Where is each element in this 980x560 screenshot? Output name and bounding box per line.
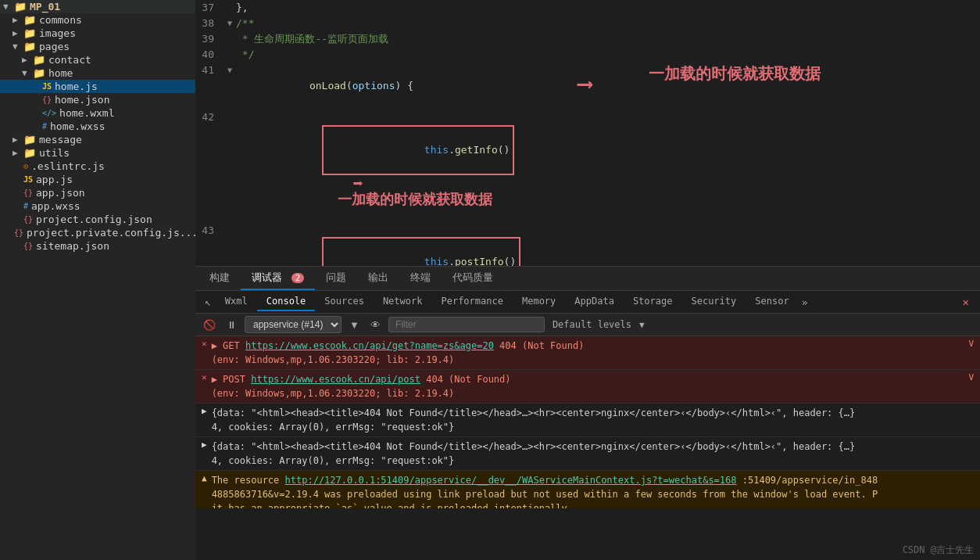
- context-arrow-btn[interactable]: ▼: [346, 318, 363, 332]
- sidebar-label: message: [39, 134, 82, 145]
- sidebar-item-home[interactable]: ▼ 📁 home: [0, 66, 195, 80]
- sidebar-item-contact[interactable]: ▶ 📁 contact: [0, 53, 195, 66]
- devtools-tab-bar: ↖ Wxml Console Sources Network Performan…: [195, 291, 980, 314]
- line-content: this.getInfo() ➡ 一加载的时候就获取数据: [236, 109, 980, 223]
- clear-console-btn[interactable]: 🚫: [200, 318, 219, 332]
- levels-dropdown-icon[interactable]: ▼: [639, 320, 645, 330]
- bottom-tab-bar: 构建 调试器 2 问题 输出 终端 代码质量: [195, 267, 980, 291]
- sidebar-label: home.wxss: [50, 120, 105, 132]
- tab-codequality[interactable]: 代码质量: [442, 267, 504, 290]
- folder-icon: 📁: [23, 147, 36, 159]
- sidebar-item-projprivate[interactable]: {} project.private.config.js...: [0, 226, 195, 239]
- console-row-info2: ▶ {data: "<html><head><title>404 Not Fou…: [195, 437, 980, 471]
- tab-wxml[interactable]: Wxml: [216, 293, 257, 311]
- sidebar-item-pages[interactable]: ▼ 📁 pages: [0, 40, 195, 53]
- tab-debugger[interactable]: 调试器 2: [241, 267, 315, 290]
- filter-input[interactable]: [388, 317, 545, 332]
- console-message: ▶ POST https://www.escook.cn/api/post 40…: [212, 372, 964, 400]
- collapse-btn[interactable]: ▼: [224, 16, 236, 31]
- sidebar-label: MP_01: [30, 1, 60, 13]
- tab-appdata[interactable]: AppData: [565, 293, 624, 311]
- collapse-btn[interactable]: ▼: [224, 63, 236, 78]
- line-content: * 生命周期函数--监听页面加载: [236, 31, 980, 47]
- sidebar-label: app.json: [36, 187, 85, 199]
- close-devtools-btn[interactable]: ✕: [963, 296, 975, 308]
- tab-sources[interactable]: Sources: [315, 293, 374, 311]
- sidebar-item-eslint[interactable]: ⊙ .eslintrc.js: [0, 160, 195, 173]
- tab-sensor[interactable]: Sensor: [746, 293, 798, 311]
- folder-icon: 📁: [33, 54, 45, 66]
- sidebar-label: images: [39, 27, 76, 39]
- console-toolbar: 🚫 ⏸ appservice (#14) ▼ 👁 Default levels …: [195, 314, 980, 336]
- chevron-icon: ▶: [13, 15, 22, 25]
- tab-issues[interactable]: 问题: [315, 267, 357, 290]
- console-message: ▶ GET https://www.escook.cn/api/get?name…: [212, 339, 964, 367]
- sidebar-label: app.js: [36, 174, 73, 185]
- json-icon: {}: [23, 242, 33, 250]
- sidebar-item-homewxml[interactable]: </> home.wxml: [0, 106, 195, 120]
- sidebar-item-appjson[interactable]: {} app.json: [0, 186, 195, 199]
- sidebar-label: utils: [39, 147, 70, 159]
- code-line: 42 this.getInfo() ➡ 一加载的时候就获取数据: [195, 109, 980, 223]
- wxml-icon: </>: [42, 109, 56, 117]
- sidebar-label: app.wxss: [31, 200, 80, 212]
- json-icon: {}: [23, 215, 33, 224]
- bottom-panel: 构建 调试器 2 问题 输出 终端 代码质量 ↖ Wxml Console So…: [195, 266, 980, 508]
- json-icon: {}: [14, 228, 23, 237]
- code-line: 38 ▼ /**: [195, 16, 980, 31]
- sidebar-item-projconfig[interactable]: {} project.config.json: [0, 213, 195, 226]
- code-editor: 37 }, 38 ▼ /** 39 * 生命周期函数--监听页面加载: [195, 0, 980, 266]
- console-row-info1: ▶ {data: "<html><head><title>404 Not Fou…: [195, 404, 980, 437]
- tab-terminal[interactable]: 终端: [399, 267, 442, 290]
- tab-network[interactable]: Network: [374, 293, 432, 311]
- eye-btn[interactable]: 👁: [367, 318, 384, 332]
- sidebar-item-images[interactable]: ▶ 📁 images: [0, 27, 195, 40]
- eslint-icon: ⊙: [23, 162, 28, 171]
- sidebar-item-homewxss[interactable]: # home.wxss: [0, 120, 195, 133]
- tab-security[interactable]: Security: [681, 293, 746, 311]
- editor-area: 37 }, 38 ▼ /** 39 * 生命周期函数--监听页面加载: [195, 0, 980, 560]
- console-row-warning: ▲ The resource http://127.0.0.1:51409/ap…: [195, 471, 980, 508]
- more-tabs-btn[interactable]: »: [799, 293, 811, 311]
- tab-memory[interactable]: Memory: [513, 293, 565, 311]
- right-side-text: V: [968, 339, 974, 349]
- sidebar-item-sitemap[interactable]: {} sitemap.json: [0, 239, 195, 253]
- error-link[interactable]: https://www.escook.cn/api/post: [251, 374, 420, 385]
- json-icon: {}: [42, 95, 52, 104]
- console-row-error2: ✕ ▶ POST https://www.escook.cn/api/post …: [195, 370, 980, 404]
- sidebar-item-message[interactable]: ▶ 📁 message: [0, 133, 195, 146]
- line-content: */: [236, 47, 980, 63]
- sidebar-item-homejs[interactable]: JS home.js: [0, 80, 195, 93]
- chevron-icon: ▼: [22, 68, 31, 78]
- expand-icon[interactable]: ▶: [202, 406, 207, 416]
- warning-link[interactable]: http://127.0.0.1:51409/appservice/__dev_…: [285, 475, 737, 486]
- sidebar-label: home.wxml: [59, 107, 114, 119]
- sidebar-item-mp01[interactable]: ▼ 📁 MP_01: [0, 0, 195, 13]
- code-line: 43 this.postInfo(): [195, 223, 980, 266]
- code-line: 39 * 生命周期函数--监听页面加载: [195, 31, 980, 47]
- sidebar-item-commons[interactable]: ▶ 📁 commons: [0, 13, 195, 27]
- error-link[interactable]: https://www.escook.cn/api/get?name=zs&ag…: [245, 340, 494, 351]
- line-content: },: [236, 0, 980, 16]
- sidebar-item-utils[interactable]: ▶ 📁 utils: [0, 146, 195, 160]
- pause-btn[interactable]: ⏸: [224, 318, 240, 332]
- cursor-icon[interactable]: ↖: [200, 293, 216, 311]
- error-icon: ✕: [202, 339, 207, 349]
- console-message: The resource http://127.0.0.1:51409/apps…: [212, 473, 974, 508]
- tab-output[interactable]: 输出: [357, 267, 399, 290]
- sidebar-label: home: [48, 67, 73, 79]
- tab-console[interactable]: Console: [257, 293, 316, 311]
- tab-performance[interactable]: Performance: [431, 293, 512, 311]
- tab-storage[interactable]: Storage: [624, 293, 682, 311]
- sidebar-item-homejson[interactable]: {} home.json: [0, 93, 195, 106]
- context-selector[interactable]: appservice (#14): [245, 316, 342, 333]
- tab-build[interactable]: 构建: [199, 267, 241, 290]
- sidebar-item-appjs[interactable]: JS app.js: [0, 173, 195, 186]
- js-icon: JS: [42, 82, 52, 91]
- expand-icon[interactable]: ▶: [202, 440, 207, 450]
- chevron-icon: ▶: [13, 135, 22, 145]
- watermark: CSDN @吉士先生: [903, 544, 974, 557]
- sidebar-label: sitemap.json: [36, 240, 109, 252]
- sidebar-item-appwxss[interactable]: # app.wxss: [0, 199, 195, 213]
- wxss-icon: #: [42, 122, 47, 131]
